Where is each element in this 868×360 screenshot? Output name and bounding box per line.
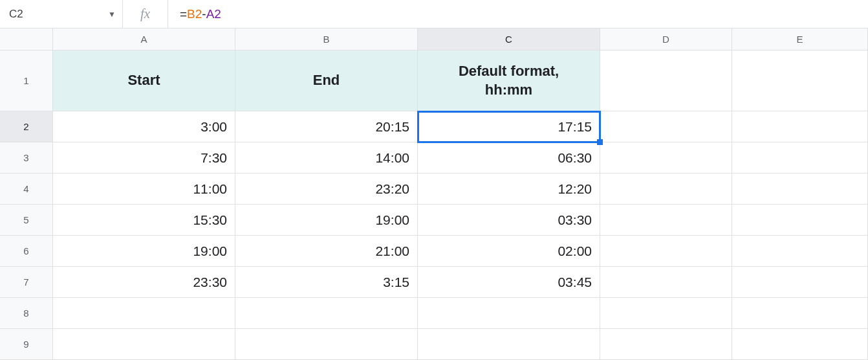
cell-B5[interactable]: 19:00 [235,205,418,236]
cell-D3[interactable] [600,142,732,174]
cell-C2[interactable]: 17:15 [418,111,600,142]
formula-eq: = [180,7,187,21]
cell-B7[interactable]: 3:15 [235,267,418,298]
cell-C5[interactable]: 03:30 [418,205,600,236]
cell-E2[interactable] [732,111,868,142]
select-all-corner[interactable] [0,28,53,51]
cell-B8[interactable] [235,298,418,329]
cell-C6[interactable]: 02:00 [418,236,600,267]
col-header-B[interactable]: B [235,28,418,51]
row-header-8[interactable]: 8 [0,298,53,329]
cell-E5[interactable] [732,205,868,236]
cell-D9[interactable] [600,329,732,360]
row-header-3[interactable]: 3 [0,142,53,174]
cell-E1[interactable] [732,51,868,111]
row-header-2[interactable]: 2 [0,111,53,142]
col-header-C[interactable]: C [418,28,600,51]
cell-A2[interactable]: 3:00 [53,111,235,142]
cell-B2[interactable]: 20:15 [235,111,418,142]
cell-D6[interactable] [600,236,732,267]
cell-A5[interactable]: 15:30 [53,205,235,236]
cell-E6[interactable] [732,236,868,267]
cell-D2[interactable] [600,111,732,142]
name-box[interactable]: C2 ▼ [0,0,123,28]
spreadsheet-grid: A B C D E 1 Start End Default format, hh… [0,28,868,360]
name-box-value: C2 [9,8,23,21]
col-header-D[interactable]: D [600,28,732,51]
cell-A8[interactable] [53,298,235,329]
cell-A3[interactable]: 7:30 [53,142,235,174]
row-header-4[interactable]: 4 [0,174,53,205]
row-header-6[interactable]: 6 [0,236,53,267]
cell-D5[interactable] [600,205,732,236]
cell-B4[interactable]: 23:20 [235,174,418,205]
cell-C8[interactable] [418,298,600,329]
cell-B6[interactable]: 21:00 [235,236,418,267]
col-header-A[interactable]: A [53,28,235,51]
formula-ref2: A2 [206,7,221,21]
cell-D4[interactable] [600,174,732,205]
cell-E8[interactable] [732,298,868,329]
cell-D8[interactable] [600,298,732,329]
cell-D7[interactable] [600,267,732,298]
cell-C3[interactable]: 06:30 [418,142,600,174]
formula-ref1: B2 [187,7,202,21]
cell-A6[interactable]: 19:00 [53,236,235,267]
cell-A9[interactable] [53,329,235,360]
cell-C4[interactable]: 12:20 [418,174,600,205]
formula-bar: C2 ▼ fx =B2-A2 [0,0,868,28]
fx-icon: fx [123,0,168,28]
cell-D1[interactable] [600,51,732,111]
cell-E3[interactable] [732,142,868,174]
col-header-E[interactable]: E [732,28,868,51]
cell-B1[interactable]: End [235,51,418,111]
cell-C2-value: 17:15 [558,119,592,135]
cell-E7[interactable] [732,267,868,298]
cell-A4[interactable]: 11:00 [53,174,235,205]
selection-handle[interactable] [597,139,603,145]
cell-E9[interactable] [732,329,868,360]
row-header-7[interactable]: 7 [0,267,53,298]
row-header-5[interactable]: 5 [0,205,53,236]
cell-A1[interactable]: Start [53,51,235,111]
chevron-down-icon[interactable]: ▼ [108,10,116,19]
cell-C9[interactable] [418,329,600,360]
cell-A7[interactable]: 23:30 [53,267,235,298]
formula-input[interactable]: =B2-A2 [168,0,868,28]
cell-C1[interactable]: Default format, hh:mm [418,51,600,111]
cell-E4[interactable] [732,174,868,205]
row-header-1[interactable]: 1 [0,51,53,111]
cell-B9[interactable] [235,329,418,360]
row-header-9[interactable]: 9 [0,329,53,360]
cell-B3[interactable]: 14:00 [235,142,418,174]
cell-C7[interactable]: 03:45 [418,267,600,298]
